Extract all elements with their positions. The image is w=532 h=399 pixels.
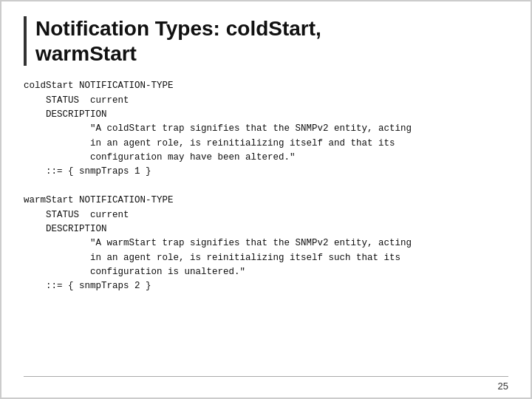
bottom-divider: [24, 376, 508, 377]
slide-title: Notification Types: coldStart, warmStart: [35, 16, 508, 66]
page-number: 25: [498, 381, 508, 392]
title-line1: Notification Types: coldStart,: [35, 17, 321, 40]
slide: Notification Types: coldStart, warmStart…: [0, 0, 532, 399]
code-content: coldStart NOTIFICATION-TYPE STATUS curre…: [24, 79, 508, 294]
title-line2: warmStart: [35, 42, 137, 65]
title-area: Notification Types: coldStart, warmStart: [24, 16, 508, 66]
